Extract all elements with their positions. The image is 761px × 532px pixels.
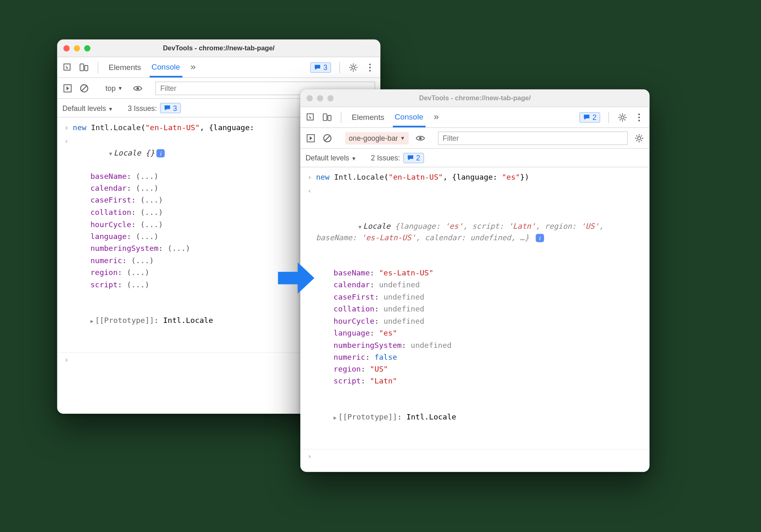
levels-selector[interactable]: Default levels ▼	[306, 153, 356, 162]
inspect-icon[interactable]	[306, 112, 316, 122]
close-icon[interactable]	[63, 45, 70, 51]
expand-caret-icon[interactable]	[90, 316, 94, 324]
property-row[interactable]: script: "Latn"	[333, 375, 645, 387]
prompt-icon: ›	[62, 122, 70, 133]
close-icon[interactable]	[306, 95, 313, 101]
property-row[interactable]: collation: undefined	[333, 303, 645, 315]
titlebar: DevTools - chrome://new-tab-page/	[300, 89, 649, 107]
issues-badge[interactable]: 2	[579, 112, 600, 122]
property-row[interactable]: numberingSystem: undefined	[333, 339, 645, 351]
tab-more-icon[interactable]: »	[188, 57, 198, 78]
panel-tabbar: Elements Console » 3	[57, 57, 380, 78]
sidebar-toggle-icon[interactable]	[306, 133, 316, 143]
live-expression-icon[interactable]	[133, 83, 143, 93]
arrow-icon	[278, 262, 314, 293]
info-icon[interactable]: i	[157, 149, 165, 157]
info-icon[interactable]: i	[536, 234, 544, 242]
window-title: DevTools - chrome://new-tab-page/	[300, 94, 649, 102]
console-input-echo: new Intl.Locale("en-Latn-US", {language:…	[314, 171, 645, 183]
tab-more-icon[interactable]: »	[432, 107, 441, 128]
console-toolbar: one-google-bar ▼	[300, 128, 649, 149]
zoom-icon[interactable]	[327, 95, 333, 101]
property-row[interactable]: calendar: undefined	[333, 279, 645, 291]
zoom-icon[interactable]	[84, 45, 90, 51]
property-row[interactable]: language: "es"	[333, 327, 645, 339]
clear-icon[interactable]	[322, 133, 332, 143]
issues-link[interactable]: 3 Issues: 3	[128, 103, 180, 113]
sidebar-toggle-icon[interactable]	[62, 83, 72, 93]
tab-console[interactable]: Console	[393, 107, 426, 127]
context-selector[interactable]: one-google-bar ▼	[345, 132, 409, 144]
tab-console[interactable]: Console	[149, 57, 182, 77]
minimize-icon[interactable]	[74, 45, 80, 51]
window-title: DevTools - chrome://new-tab-page/	[57, 44, 380, 52]
property-row[interactable]: numeric: false	[333, 352, 645, 363]
prompt-icon[interactable]: ›	[62, 354, 70, 366]
minimize-icon[interactable]	[317, 95, 323, 101]
expand-caret-icon[interactable]	[109, 149, 113, 157]
property-row[interactable]: region: "US"	[333, 363, 645, 375]
kebab-icon[interactable]	[634, 112, 644, 122]
inspect-icon[interactable]	[62, 62, 72, 72]
result-object[interactable]: Locale {language: 'es', script: 'Latn', …	[314, 185, 645, 446]
levels-selector[interactable]: Default levels ▼	[62, 104, 113, 112]
expand-caret-icon[interactable]	[333, 413, 337, 421]
live-expression-icon[interactable]	[415, 133, 426, 143]
context-selector[interactable]: top ▼	[102, 82, 126, 94]
gear-icon[interactable]	[634, 133, 644, 143]
expand-caret-icon[interactable]	[358, 222, 362, 230]
property-row[interactable]: hourCycle: undefined	[333, 315, 645, 327]
kebab-icon[interactable]	[365, 62, 375, 72]
gear-icon[interactable]	[348, 62, 358, 72]
device-icon[interactable]	[322, 112, 332, 122]
devtools-window-right: DevTools - chrome://new-tab-page/ Elemen…	[300, 89, 649, 472]
issues-badge[interactable]: 3	[310, 62, 331, 72]
prompt-icon: ›	[306, 171, 314, 183]
tab-elements[interactable]: Elements	[350, 108, 387, 126]
filter-input[interactable]	[438, 131, 628, 145]
property-row[interactable]: baseName: "es-Latn-US"	[333, 267, 645, 279]
tab-elements[interactable]: Elements	[106, 58, 143, 76]
device-icon[interactable]	[79, 62, 89, 72]
gear-icon[interactable]	[617, 112, 628, 122]
property-row[interactable]: caseFirst: undefined	[333, 291, 645, 303]
console-subbar: Default levels ▼ 2 Issues: 2	[300, 149, 649, 167]
return-icon: ‹	[306, 185, 314, 446]
clear-icon[interactable]	[79, 83, 89, 93]
return-icon: ‹	[62, 135, 70, 349]
console-messages: › new Intl.Locale("en-Latn-US", {languag…	[300, 167, 649, 463]
prompt-icon[interactable]: ›	[306, 451, 314, 462]
titlebar: DevTools - chrome://new-tab-page/	[57, 40, 380, 57]
issues-link[interactable]: 2 Issues: 2	[371, 153, 424, 163]
panel-tabbar: Elements Console » 2	[300, 107, 649, 128]
